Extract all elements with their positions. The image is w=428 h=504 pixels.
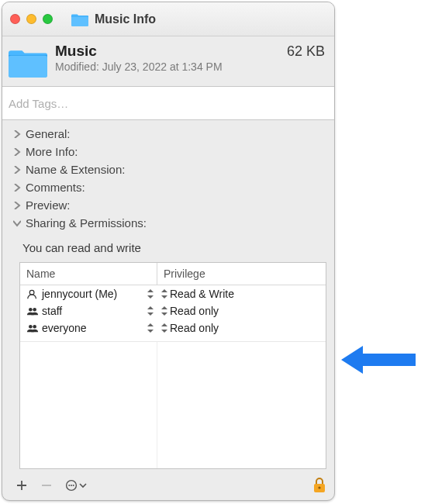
window-title: Music Info: [95, 12, 156, 26]
callout-arrow-icon: [341, 343, 416, 377]
svg-point-9: [73, 485, 74, 486]
permissions-note: You can read and write: [22, 241, 326, 254]
add-user-button[interactable]: [13, 477, 30, 494]
table-row[interactable]: jennycourt (Me)Read & Write: [20, 285, 326, 302]
stepper-icon[interactable]: [160, 306, 168, 316]
chevron-right-icon: [13, 184, 21, 192]
permission-user: everyone: [42, 322, 87, 334]
table-header: Name Privilege: [20, 263, 326, 285]
svg-point-8: [71, 485, 72, 486]
section-sharing-permissions[interactable]: Sharing & Permissions:: [2, 214, 334, 232]
summary-section: Music 62 KB Modified: July 23, 2022 at 1…: [2, 36, 334, 86]
section-name-extension[interactable]: Name & Extension:: [2, 161, 334, 178]
permission-privilege: Read only: [170, 305, 219, 317]
column-privilege[interactable]: Privilege: [157, 263, 326, 285]
permission-privilege: Read & Write: [170, 288, 234, 300]
permissions-table: Name Privilege jennycourt (Me)Read & Wri…: [19, 262, 326, 469]
svg-point-7: [68, 485, 70, 486]
info-window: Music Info Music 62 KB Modified: July 23…: [2, 2, 335, 501]
minimize-window-button[interactable]: [26, 14, 36, 24]
stepper-icon[interactable]: [147, 306, 154, 316]
section-preview[interactable]: Preview:: [2, 196, 334, 214]
minus-icon: [40, 479, 53, 492]
plus-icon: [16, 479, 28, 492]
table-row[interactable]: staffRead only: [20, 302, 326, 319]
permissions-body: You can read and write Name Privilege je…: [2, 233, 334, 474]
item-modified: Modified: July 23, 2022 at 1:34 PM: [55, 60, 325, 73]
group-icon: [26, 323, 39, 333]
section-comments[interactable]: Comments:: [2, 178, 334, 196]
disclosure-sections: General: More Info: Name & Extension: Co…: [2, 123, 334, 233]
add-tags-input[interactable]: [2, 86, 334, 120]
action-menu-button[interactable]: [63, 477, 89, 494]
window-controls: [10, 14, 53, 24]
zoom-window-button[interactable]: [43, 14, 53, 24]
chevron-right-icon: [13, 130, 21, 138]
chevron-right-icon: [13, 202, 21, 209]
folder-icon: [9, 46, 47, 78]
chevron-right-icon: [13, 166, 21, 174]
chevron-right-icon: [13, 148, 21, 156]
stepper-icon[interactable]: [147, 289, 154, 299]
tags-field[interactable]: [2, 86, 334, 120]
stepper-icon[interactable]: [147, 323, 154, 333]
folder-icon: [71, 12, 88, 26]
titlebar: Music Info: [2, 2, 334, 36]
group-icon: [26, 306, 39, 316]
chevron-down-icon: [13, 219, 21, 227]
permissions-footer: [2, 474, 334, 500]
permission-user: jennycourt (Me): [42, 288, 117, 300]
column-name[interactable]: Name: [20, 263, 157, 285]
remove-user-button[interactable]: [38, 477, 55, 494]
close-window-button[interactable]: [10, 14, 20, 24]
user-icon: [26, 288, 39, 299]
stepper-icon[interactable]: [160, 323, 168, 333]
table-row[interactable]: everyoneRead only: [20, 319, 326, 337]
item-name: Music: [55, 43, 97, 60]
section-more-info[interactable]: More Info:: [2, 143, 334, 161]
lock-icon[interactable]: [312, 477, 326, 494]
ellipsis-circle-icon: [65, 479, 87, 492]
stepper-icon[interactable]: [160, 289, 168, 299]
permission-user: staff: [42, 305, 62, 317]
permission-privilege: Read only: [170, 322, 219, 334]
item-size: 62 KB: [287, 43, 325, 60]
section-general[interactable]: General:: [2, 125, 334, 143]
